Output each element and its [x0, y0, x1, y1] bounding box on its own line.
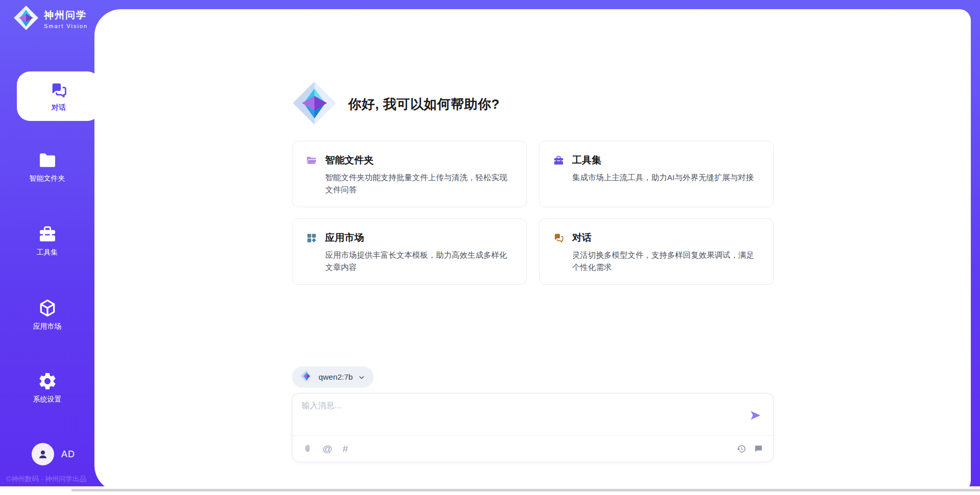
sidebar-item-toolset[interactable]: 工具集 — [0, 224, 94, 257]
sidebar-item-chat[interactable]: 对话 — [17, 71, 101, 121]
brand-name: 神州问学 — [44, 9, 88, 22]
card-app-market[interactable]: 应用市场 应用市场提供丰富长文本模板，助力高效生成多样化文章内容 — [292, 218, 527, 285]
model-diamond-logo — [300, 369, 313, 385]
briefcase-icon — [553, 155, 565, 166]
sidebar-item-settings[interactable]: 系统设置 — [0, 371, 94, 404]
message-input[interactable] — [302, 401, 730, 427]
horizontal-scrollbar[interactable] — [71, 489, 980, 491]
greeting-row: 你好, 我可以如何帮助你? — [292, 81, 500, 128]
sidebar-item-label: 对话 — [52, 103, 66, 112]
app: 你好, 我可以如何帮助你? 智能文件夹 智能文件夹功能支持批量文件上传 — [0, 0, 980, 495]
gear-icon — [37, 371, 58, 391]
chevron-down-icon — [358, 374, 365, 381]
greeting-title: 你好, 我可以如何帮助你? — [348, 95, 500, 113]
sidebar-item-label: 应用市场 — [33, 322, 62, 331]
brand-diamond-logo — [292, 81, 337, 128]
card-title: 应用市场 — [325, 231, 364, 244]
at-icon[interactable]: @ — [323, 444, 332, 454]
paperclip-icon[interactable] — [303, 444, 312, 454]
card-title: 对话 — [572, 231, 592, 244]
sidebar-item-label: 系统设置 — [33, 395, 62, 404]
sidebar-item-app-market[interactable]: 应用市场 — [0, 298, 94, 331]
sidebar-diamond-logo — [13, 5, 39, 33]
card-smart-folder[interactable]: 智能文件夹 智能文件夹功能支持批量文件上传与清洗，轻松实现文件问答 — [292, 141, 527, 207]
model-name: qwen2:7b — [318, 373, 353, 382]
card-title: 工具集 — [572, 154, 601, 167]
copyright-footer: ©神州数码 · 神州问学出品 — [6, 475, 103, 484]
sidebar-item-label: 智能文件夹 — [30, 174, 65, 183]
user-initials: AD — [61, 449, 75, 460]
grid-icon — [306, 232, 317, 244]
brand-logo: 神州问学 Smart Vision — [13, 5, 88, 33]
sidebar-item-label: 工具集 — [37, 248, 58, 257]
card-desc: 应用市场提供丰富长文本模板，助力高效生成多样化文章内容 — [325, 249, 513, 274]
sidebar-item-smart-folder[interactable]: 智能文件夹 — [0, 150, 94, 183]
main-content-sheet: 你好, 我可以如何帮助你? 智能文件夹 智能文件夹功能支持批量文件上传 — [94, 9, 971, 492]
card-desc: 智能文件夹功能支持批量文件上传与清洗，轻松实现文件问答 — [325, 171, 513, 196]
chat-bubble-icon[interactable] — [753, 444, 763, 454]
folder-icon — [37, 150, 58, 170]
chat-icon — [49, 81, 68, 100]
card-desc: 灵活切换多模型文件，支持多样回复效果调试，满足个性化需求 — [572, 249, 760, 274]
hash-icon[interactable]: # — [342, 444, 348, 454]
card-desc: 集成市场上主流工具，助力AI与外界无缝扩展与对接 — [572, 171, 760, 184]
avatar — [32, 443, 54, 465]
message-composer: @ # — [292, 393, 774, 462]
card-chat[interactable]: 对话 灵活切换多模型文件，支持多样回复效果调试，满足个性化需求 — [539, 218, 774, 285]
brand-subtitle: Smart Vision — [44, 23, 88, 29]
card-title: 智能文件夹 — [325, 154, 374, 167]
card-toolset[interactable]: 工具集 集成市场上主流工具，助力AI与外界无缝扩展与对接 — [539, 141, 774, 207]
folder-open-icon — [306, 155, 317, 166]
chat-icon — [553, 232, 565, 244]
history-icon[interactable] — [737, 444, 746, 454]
person-icon — [36, 448, 50, 461]
send-icon[interactable] — [749, 409, 762, 422]
composer-toolbar: @ # — [292, 435, 773, 462]
briefcase-icon — [37, 224, 58, 244]
cube-icon — [37, 298, 58, 318]
user-account[interactable]: AD — [32, 443, 75, 465]
quick-cards: 智能文件夹 智能文件夹功能支持批量文件上传与清洗，轻松实现文件问答 — [292, 141, 774, 285]
model-selector[interactable]: qwen2:7b — [292, 366, 374, 388]
